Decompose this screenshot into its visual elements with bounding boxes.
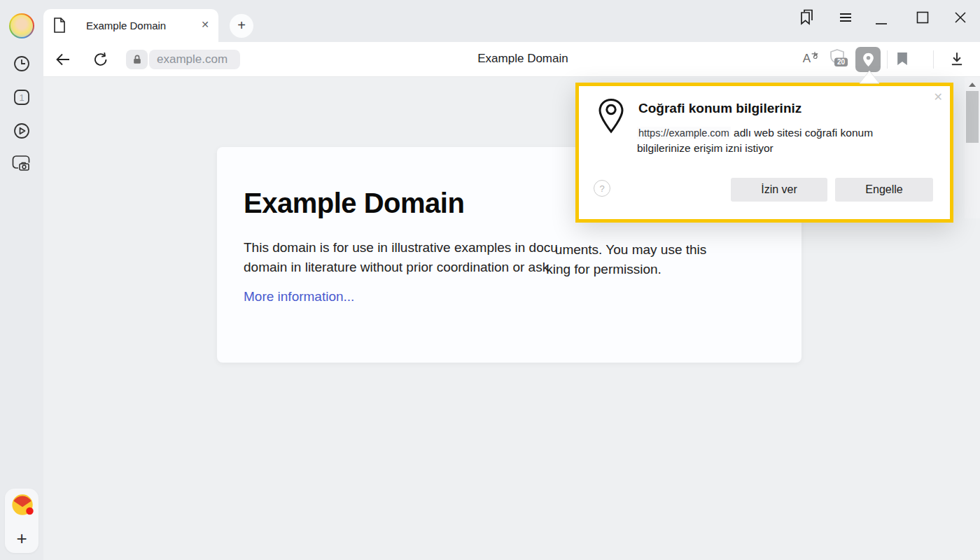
- browser-tab[interactable]: Example Domain ✕: [43, 9, 218, 42]
- toolbar-divider: [887, 50, 888, 69]
- panels-icon[interactable]: [798, 9, 815, 26]
- page-viewport: Example Domain This domain is for use in…: [43, 77, 980, 560]
- tab-title: Example Domain: [86, 20, 166, 31]
- page-document-icon: [53, 18, 66, 36]
- scrollbar-thumb[interactable]: [966, 91, 979, 143]
- lock-icon: [132, 54, 143, 65]
- play-icon[interactable]: [13, 122, 31, 143]
- rerender-artifact-text: king for permission.: [546, 262, 662, 276]
- popup-close-icon[interactable]: ✕: [934, 90, 943, 104]
- site-security-badge[interactable]: [126, 50, 148, 69]
- sidebar-app-widget: +: [5, 489, 38, 553]
- adblock-shield-icon[interactable]: 20: [828, 48, 850, 69]
- close-button[interactable]: [952, 9, 969, 26]
- maximize-button[interactable]: [914, 9, 931, 26]
- scrollbar-up-icon[interactable]: [965, 78, 980, 91]
- history-icon[interactable]: [13, 55, 31, 76]
- popup-site-url: https://example.com: [637, 127, 731, 139]
- svg-text:20: 20: [837, 58, 846, 66]
- block-button[interactable]: Engelle: [835, 178, 933, 202]
- screenshot-icon[interactable]: [11, 153, 32, 175]
- popup-message: https://example.com adlı web sitesi coğr…: [637, 125, 911, 156]
- title-bar: Example Domain ✕ +: [0, 0, 980, 42]
- toolbar: example.com Example Domain A 20: [43, 42, 980, 77]
- sidebar: 1 +: [0, 42, 43, 560]
- tab-count-icon[interactable]: 1: [13, 88, 31, 109]
- popup-help-icon[interactable]: ?: [594, 180, 610, 197]
- add-app-icon[interactable]: +: [16, 529, 27, 547]
- new-tab-button[interactable]: +: [230, 14, 253, 38]
- geolocation-tool-button[interactable]: [855, 47, 881, 72]
- popup-caret: [859, 70, 880, 87]
- rerender-artifact-text: uments. You may use this: [555, 242, 707, 257]
- minimize-button[interactable]: [873, 12, 890, 29]
- allow-button[interactable]: İzin ver: [731, 178, 827, 202]
- geolocation-permission-popup: Coğrafi konum bilgileriniz https://examp…: [575, 83, 953, 223]
- download-icon[interactable]: [949, 51, 965, 67]
- toolbar-page-title: Example Domain: [435, 52, 610, 66]
- profile-avatar[interactable]: [9, 13, 34, 38]
- location-pin-icon: [862, 52, 874, 67]
- popup-title: Coğrafi konum bilgileriniz: [638, 101, 802, 116]
- svg-text:1: 1: [19, 92, 24, 103]
- menu-icon[interactable]: [837, 9, 854, 26]
- back-icon[interactable]: [55, 51, 71, 68]
- translate-icon[interactable]: A: [799, 51, 823, 66]
- bookmark-icon[interactable]: [897, 52, 908, 66]
- more-information-link[interactable]: More information...: [244, 289, 354, 304]
- location-pin-icon: [598, 98, 624, 137]
- page-paragraph: This domain is for use in illustrative e…: [244, 238, 802, 277]
- reload-icon[interactable]: [92, 51, 109, 68]
- address-bar[interactable]: example.com: [149, 50, 240, 69]
- profile-avatar-image: [10, 15, 33, 37]
- tab-close-icon[interactable]: ✕: [201, 19, 209, 30]
- mail-app-icon[interactable]: [10, 493, 36, 521]
- toolbar-divider: [933, 50, 934, 69]
